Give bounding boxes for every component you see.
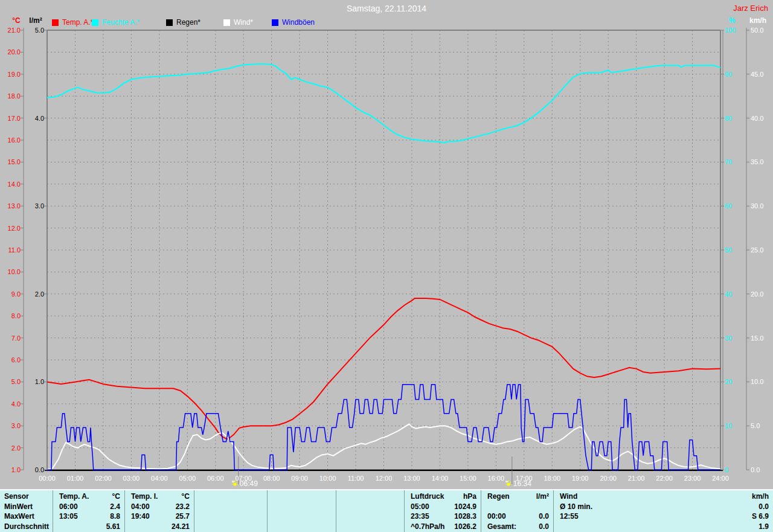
statistics-table: SensorMinWertMaxWertDurchschnittTemp. A.… xyxy=(0,489,773,532)
cell-value: 0.0 xyxy=(516,522,549,531)
sunrise-time: 06:49 xyxy=(240,479,258,488)
cell-label: 06:00 xyxy=(59,502,78,511)
row-label: Durchschnitt xyxy=(4,522,49,531)
cell-label: 05:00 xyxy=(411,502,429,511)
column-unit: hPa xyxy=(444,492,476,501)
table-col-empty xyxy=(268,490,336,532)
cell-value: 1026.2 xyxy=(444,522,476,531)
sunrise-marker: 06:49 xyxy=(231,479,258,488)
cell-value: 1024.9 xyxy=(429,502,476,511)
column-header: Temp. I. xyxy=(131,492,158,501)
cell-value: S 6.9 xyxy=(579,512,769,521)
cell-value: 8.8 xyxy=(78,512,120,521)
table-col-empty xyxy=(336,490,405,532)
cell-label: 23:35 xyxy=(411,512,429,521)
weather-chart-plot xyxy=(0,0,773,489)
table-col-wind: Windkm/hØ 10 min.0.012:55S 6.91.9 xyxy=(554,490,773,532)
cell-label: 13:05 xyxy=(59,512,78,521)
column-header: Luftdruck xyxy=(411,492,444,501)
column-unit: l/m² xyxy=(510,492,549,501)
cell-label: 12:55 xyxy=(560,512,579,521)
cell-value: 1028.3 xyxy=(429,512,476,521)
cell-value: 2.4 xyxy=(78,502,120,511)
table-col-temp-i-: Temp. I.°C04:0023.219:4025.724.21 xyxy=(125,490,194,532)
sunset-time: 16:34 xyxy=(513,479,531,488)
cell-value: 23.2 xyxy=(150,502,190,511)
table-col-temp-a-: Temp. A.°C06:002.413:058.85.61 xyxy=(53,490,125,532)
row-label: Sensor xyxy=(4,492,29,501)
cell-value: 1.9 xyxy=(560,522,769,531)
column-header: Wind xyxy=(560,492,577,501)
cell-label: Ø 10 min. xyxy=(560,502,592,511)
table-col-empty xyxy=(194,490,268,532)
cell-value: 0.0 xyxy=(506,512,549,521)
cell-value: 0.0 xyxy=(592,502,769,511)
cell-label: 00:00 xyxy=(487,512,506,521)
row-label: MinWert xyxy=(4,502,33,511)
column-unit: °C xyxy=(89,492,120,501)
column-unit: °C xyxy=(158,492,190,501)
column-header: Temp. A. xyxy=(59,492,89,501)
sunrise-icon xyxy=(231,480,239,487)
cell-label: ^0.7hPa/h xyxy=(411,522,444,531)
cell-value: 25.7 xyxy=(150,512,190,521)
table-row-labels: SensorMinWertMaxWertDurchschnitt xyxy=(0,490,53,532)
cell-value: 5.61 xyxy=(59,522,120,531)
sunset-marker: 16:34 xyxy=(505,479,531,488)
cell-value: 24.21 xyxy=(131,522,190,531)
weather-app-window: { "window": { "title": "Samstag, 22.11.2… xyxy=(0,0,773,532)
cell-label: 04:00 xyxy=(131,502,150,511)
sunset-icon xyxy=(505,480,512,487)
table-col-regen: Regenl/m²00:000.0Gesamt:0.0 xyxy=(481,490,554,532)
column-unit: km/h xyxy=(577,492,769,501)
table-col-luftdruck: LuftdruckhPa05:001024.923:351028.3^0.7hP… xyxy=(405,490,481,532)
cell-label: Gesamt: xyxy=(487,522,516,531)
column-header: Regen xyxy=(487,492,510,501)
cell-label: 19:40 xyxy=(131,512,150,521)
row-label: MaxWert xyxy=(4,512,34,521)
